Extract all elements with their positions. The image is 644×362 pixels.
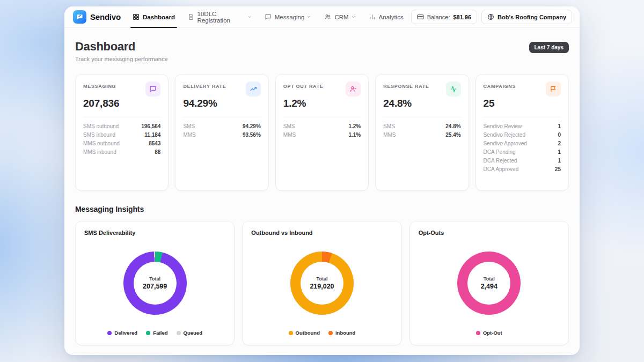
- stat-breakdown-label: SMS: [383, 123, 395, 129]
- legend-dot-icon: [289, 331, 293, 335]
- top-nav: Sendivo Dashboard 10DLC Registration Mes…: [64, 6, 580, 28]
- credit-card-icon: [417, 13, 424, 20]
- stat-breakdown-row: SMS1.2%: [283, 122, 361, 130]
- stat-breakdown-label: DCA Pending: [484, 149, 516, 155]
- nav-label: CRM: [334, 14, 348, 20]
- charts-row: SMS Deliverability Total 207,599 Deliver…: [75, 221, 569, 345]
- chevron-down-icon: [306, 14, 311, 19]
- stat-breakdown: SMS outbound196,564SMS inbound11,184MMS …: [83, 117, 160, 156]
- stat-breakdown-label: MMS inbound: [83, 149, 116, 155]
- chart-legend: DeliveredFailedQueued: [84, 330, 225, 337]
- stat-breakdown-value: 88: [155, 149, 160, 155]
- stat-breakdown-label: DCA Rejected: [484, 158, 517, 164]
- stat-breakdown-row: MMS inbound88: [83, 147, 160, 156]
- stat-card-opt-out-rate: OPT OUT RATE 1.2% SMS1.2%MMS1.1%: [275, 74, 369, 191]
- stat-breakdown: SMS24.8%MMS25.4%: [383, 117, 460, 139]
- stat-breakdown-label: MMS: [183, 132, 195, 138]
- donut-center-label: Total: [317, 276, 328, 282]
- company-name: Bob's Roofing Company: [497, 14, 566, 20]
- stat-label: RESPONSE RATE: [383, 82, 429, 89]
- app-window: Sendivo Dashboard 10DLC Registration Mes…: [64, 6, 580, 355]
- brand[interactable]: Sendivo: [72, 6, 125, 27]
- stat-breakdown-label: SMS: [183, 123, 195, 129]
- page-subtitle: Track your messaging performance: [75, 56, 168, 62]
- stat-breakdown-value: 2: [558, 141, 561, 146]
- stat-breakdown-value: 1: [558, 149, 561, 155]
- legend-dot-icon: [476, 331, 480, 335]
- stat-breakdown-label: Sendivo Review: [484, 123, 522, 129]
- legend-label: Outbound: [296, 330, 320, 336]
- stat-breakdown: Sendivo Review1Sendivo Rejected0Sendivo …: [484, 117, 561, 173]
- nav-item-messaging[interactable]: Messaging: [259, 6, 317, 27]
- nav-item-crm[interactable]: CRM: [319, 6, 361, 27]
- nav-label: Messaging: [275, 14, 305, 20]
- donut-center-value: 2,494: [481, 283, 497, 290]
- activity-icon: [446, 82, 461, 97]
- chevron-down-icon: [247, 14, 252, 19]
- chart-title: SMS Deliverability: [84, 230, 225, 236]
- donut-center-value: 219,020: [310, 283, 334, 290]
- nav-label: Dashboard: [143, 14, 175, 20]
- stat-breakdown-value: 0: [558, 132, 561, 138]
- balance-value: $81.96: [453, 14, 471, 20]
- date-range-badge[interactable]: Last 7 days: [529, 42, 569, 53]
- grid-icon: [133, 13, 140, 20]
- donut-center-label: Total: [149, 276, 160, 282]
- stat-card-response-rate: RESPONSE RATE 24.8% SMS24.8%MMS25.4%: [375, 74, 469, 191]
- stat-breakdown-value: 196,564: [141, 123, 160, 129]
- stat-breakdown-label: MMS: [283, 132, 296, 138]
- document-icon: [188, 13, 194, 20]
- stat-value: 25: [484, 98, 561, 109]
- stat-value: 24.8%: [383, 98, 460, 109]
- stat-breakdown-row: SMS94.29%: [183, 122, 260, 130]
- donut-chart: Total 2,494: [457, 252, 521, 315]
- stat-breakdown-row: Sendivo Rejected0: [484, 130, 561, 139]
- legend-label: Queued: [184, 330, 202, 336]
- stat-breakdown-value: 25.4%: [445, 132, 460, 138]
- legend-label: Delivered: [114, 330, 137, 336]
- nav-item-10dlc-registration[interactable]: 10DLC Registration: [182, 6, 257, 27]
- legend-item: Opt-Out: [476, 330, 502, 336]
- company-chip[interactable]: Bob's Roofing Company: [481, 10, 572, 24]
- balance-chip[interactable]: Balance: $81.96: [411, 10, 477, 24]
- chat-bubble-icon: [145, 82, 160, 97]
- stat-breakdown-label: SMS inbound: [83, 132, 115, 138]
- donut-chart: Total 207,599: [123, 252, 187, 315]
- stat-label: MESSAGING: [83, 82, 116, 89]
- stat-breakdown-value: 93.56%: [243, 132, 261, 138]
- stat-breakdown-label: SMS: [283, 123, 295, 129]
- stat-breakdown-row: MMS outbound8543: [83, 139, 160, 147]
- chart-card-outbound-vs-inbound: Outbound vs Inbound Total 219,020 Outbou…: [242, 221, 401, 345]
- legend-dot-icon: [107, 331, 112, 335]
- donut-center-value: 207,599: [143, 283, 167, 290]
- legend-dot-icon: [177, 331, 181, 335]
- legend-item: Outbound: [289, 330, 320, 336]
- page-header: Dashboard Track your messaging performan…: [75, 40, 569, 62]
- chart-title: Outbound vs Inbound: [251, 230, 392, 236]
- stats-row: MESSAGING 207,836 SMS outbound196,564SMS…: [75, 74, 569, 191]
- balance-label: Balance:: [427, 14, 450, 20]
- legend-dot-icon: [328, 331, 333, 335]
- chart-card-opt-outs: Opt-Outs Total 2,494 Opt-Out: [409, 221, 569, 345]
- bar-chart-icon: [369, 13, 376, 20]
- legend-label: Opt-Out: [483, 330, 502, 336]
- stat-breakdown-row: Sendivo Review1: [484, 122, 561, 130]
- nav-label: Analytics: [379, 14, 404, 20]
- legend-label: Inbound: [335, 330, 355, 336]
- stat-breakdown-value: 1: [558, 158, 561, 164]
- stat-breakdown-row: DCA Rejected1: [484, 156, 561, 165]
- nav-item-dashboard[interactable]: Dashboard: [127, 6, 180, 27]
- nav-right: Balance: $81.96 Bob's Roofing Company: [411, 6, 572, 27]
- stat-breakdown-label: Sendivo Approved: [484, 141, 527, 146]
- stat-breakdown-value: 1: [558, 123, 561, 129]
- nav-item-analytics[interactable]: Analytics: [363, 6, 409, 27]
- stat-breakdown: SMS94.29%MMS93.56%: [183, 117, 260, 139]
- page-title: Dashboard: [75, 40, 168, 54]
- stat-breakdown-row: MMS93.56%: [183, 130, 260, 139]
- stat-breakdown-value: 1.1%: [348, 132, 361, 138]
- chat-bubble-icon: [265, 13, 272, 20]
- flag-icon: [546, 82, 561, 97]
- legend-item: Failed: [146, 330, 167, 336]
- brand-name: Sendivo: [90, 12, 121, 21]
- stat-breakdown-row: SMS24.8%: [383, 122, 460, 130]
